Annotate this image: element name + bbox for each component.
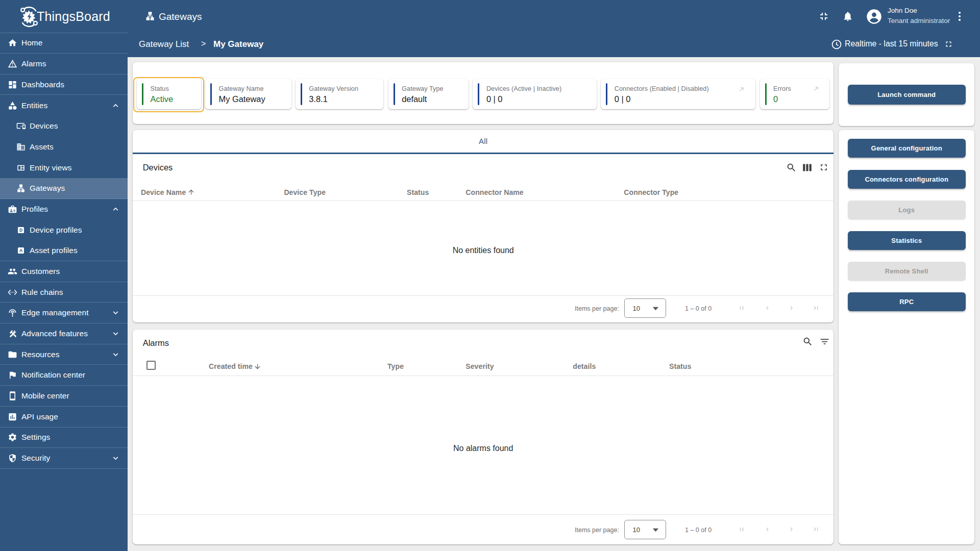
svg-text:D: D xyxy=(19,228,22,233)
svg-text:A: A xyxy=(19,248,22,253)
